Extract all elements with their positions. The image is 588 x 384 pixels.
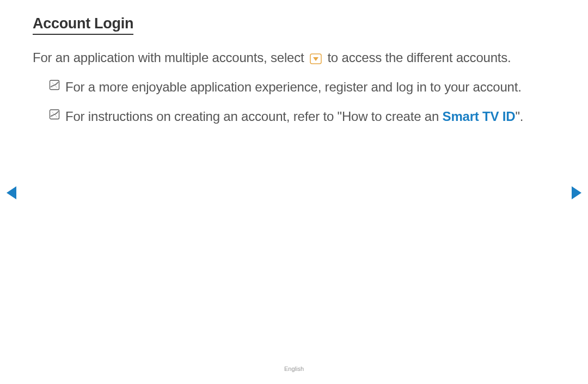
note-item: For a more enjoyable application experie… (33, 77, 555, 97)
note-icon (49, 109, 60, 120)
intro-text-post: to access the different accounts. (324, 50, 511, 65)
intro-paragraph: For an application with multiple account… (33, 48, 555, 68)
svg-marker-1 (313, 57, 318, 61)
smart-tv-id-link[interactable]: Smart TV ID (443, 109, 516, 124)
footer-language: English (0, 365, 588, 372)
note-text-wrapper: For instructions on creating an account,… (65, 107, 523, 126)
note-item: For instructions on creating an account,… (33, 107, 555, 126)
note-text-pre: For instructions on creating an account,… (65, 109, 443, 124)
intro-text-pre: For an application with multiple account… (33, 50, 308, 65)
note-text: For a more enjoyable application experie… (65, 77, 522, 97)
svg-marker-4 (7, 186, 16, 199)
note-icon (49, 80, 60, 90)
nav-previous-button[interactable] (5, 185, 17, 200)
page-title: Account Login (33, 15, 133, 35)
nav-next-button[interactable] (571, 185, 583, 200)
svg-marker-5 (572, 186, 581, 199)
note-text-post: ". (515, 109, 523, 124)
dropdown-icon (310, 53, 322, 64)
